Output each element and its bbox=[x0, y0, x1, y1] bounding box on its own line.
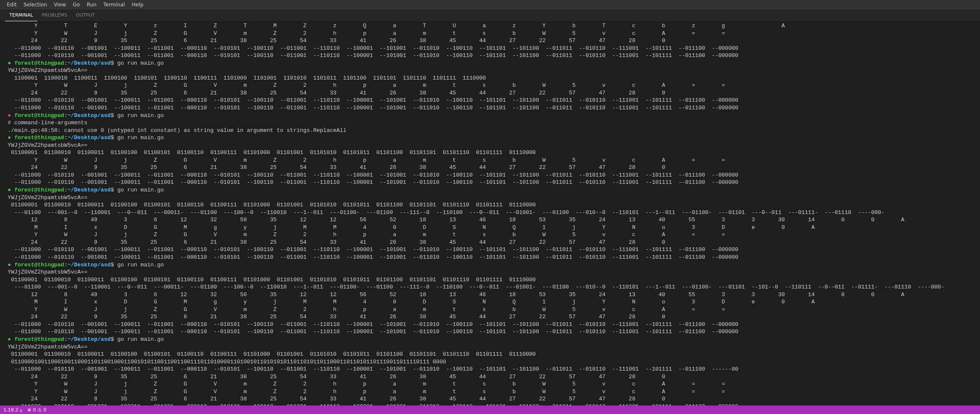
terminal-line: Y W J j Z G V m Z 2 h p a m t s b W 5 v … bbox=[8, 30, 977, 37]
terminal-line: 24 22 9 35 25 6 21 38 25 54 33 41 26 38 … bbox=[8, 395, 977, 403]
terminal-line: ---01100 ---001--0 --110001 ---0--011 --… bbox=[8, 209, 977, 217]
terminal-line: 24 22 9 35 25 6 21 38 25 54 33 41 26 38 … bbox=[8, 313, 977, 321]
terminal-line: M I x D G M g y j M M 4 0 D S N Q 1 j Y … bbox=[8, 224, 977, 231]
warning-icon: ⚠ bbox=[37, 407, 42, 413]
terminal-output[interactable]: Y T E Y z I Z T M Z z Q a T U a z Y b T … bbox=[0, 21, 980, 405]
panel-tabs: TERMINAL PROBLEMS OUTPUT bbox=[0, 9, 980, 21]
terminal-line: Y T E Y z I Z T M Z z Q a T U a z Y b T … bbox=[8, 22, 977, 30]
terminal-line: Y W J j Z G V m Z 2 h p a m t s b W 5 v … bbox=[8, 306, 977, 314]
error-count: 0 bbox=[33, 407, 36, 413]
terminal-line: M I x D G M g y j M M 4 0 D S N Q 1 j Y … bbox=[8, 298, 977, 306]
terminal-line: 01100001 01100010 01100011 01100100 0110… bbox=[8, 276, 977, 284]
terminal-line: YWJjZGVmZ2hpamtsbW5vcA== bbox=[8, 343, 977, 351]
terminal-line: --011000 --010110 --001001 --100011 --01… bbox=[8, 104, 977, 112]
terminal-line: --011000 --010110 --001001 --100011 --01… bbox=[8, 246, 977, 254]
terminal-line: YWJjZGVmZ2hpamtsbW5vcA== bbox=[8, 67, 977, 74]
terminal-line: ● forest@thingpad:~/Desktop/asd$ go run … bbox=[8, 261, 977, 269]
terminal-line: 24 22 9 35 25 6 21 38 25 54 33 41 26 38 … bbox=[8, 164, 977, 171]
terminal-line: 12 8 49 3 6 12 32 50 35 12 12 56 52 18 1… bbox=[8, 291, 977, 299]
go-version-text: 1.19.2 bbox=[3, 407, 18, 413]
menu-run[interactable]: Run bbox=[83, 2, 100, 8]
terminal-line: ● forest@thingpad:~/Desktop/asd$ go run … bbox=[8, 112, 977, 120]
tab-output[interactable]: OUTPUT bbox=[72, 9, 99, 21]
terminal-line: --011000 --010110 --001001 --100011 --01… bbox=[8, 179, 977, 186]
terminal-line: Y W J j Z G V m Z 2 h p a m t s b W 5 v … bbox=[8, 231, 977, 239]
statusbar: 1.19.2 ᵹ ⊗ 0 ⚠ 0 bbox=[0, 405, 980, 414]
terminal-line: YWJjZGVmZ2hpamtsbW5vcA== bbox=[8, 142, 977, 149]
menu-go[interactable]: Go bbox=[69, 2, 83, 8]
terminal-line: --011000 --010110 --001001 --100011 --01… bbox=[8, 365, 977, 373]
terminal-line: Y W J j Z G V m Z 2 h p a m t s b W 5 v … bbox=[8, 380, 977, 388]
terminal-line: ● forest@thingpad:~/Desktop/asd$ go run … bbox=[8, 186, 977, 194]
terminal-line: # command-line-arguments bbox=[8, 119, 977, 127]
terminal-line: 24 22 9 35 25 6 21 38 25 54 33 41 26 38 … bbox=[8, 89, 977, 97]
terminal-line: 24 22 9 35 25 6 21 38 25 54 33 41 26 38 … bbox=[8, 373, 977, 381]
terminal-line: 01100001 01100010 01100011 01100100 0110… bbox=[8, 149, 977, 157]
terminal-line: ● forest@thingpad:~/Desktop/asd$ go run … bbox=[8, 134, 977, 142]
tab-problems[interactable]: PROBLEMS bbox=[37, 9, 72, 21]
terminal-line: ./main.go:48:58: cannot use 0 (untyped i… bbox=[8, 127, 977, 134]
menu-help[interactable]: Help bbox=[128, 2, 146, 8]
terminal-line: Y W J j Z G V m Z 2 h p a m t s b W 5 v … bbox=[8, 82, 977, 89]
menu-view[interactable]: View bbox=[51, 2, 69, 8]
terminal-line: 01100001 01100010 01100011 01100100 0110… bbox=[8, 351, 977, 358]
terminal-line: 1100001 1100010 1100011 1100100 1100101 … bbox=[8, 74, 977, 82]
terminal-line: Y W J j Z G V m Z 2 h p a m t s b W 5 v … bbox=[8, 388, 977, 396]
terminal-line: --011000 --010110 --001001 --100011 --01… bbox=[8, 52, 977, 60]
terminal-line: --011000 --010110 --001001 --100011 --01… bbox=[8, 45, 977, 52]
menu-terminal[interactable]: Terminal bbox=[100, 2, 129, 8]
status-go-version[interactable]: 1.19.2 ᵹ bbox=[3, 407, 22, 413]
terminal-line: ● forest@thingpad:~/Desktop/asd$ go run … bbox=[8, 336, 977, 343]
terminal-line: --011000 --010110 --001001 --100011 --01… bbox=[8, 254, 977, 261]
menubar: Edit Selection View Go Run Terminal Help bbox=[0, 0, 980, 9]
terminal-line: --011000 --010110 --001001 --100011 --01… bbox=[8, 97, 977, 104]
error-icon: ⊗ bbox=[27, 407, 31, 413]
terminal-line: YWJjZGVmZ2hpamtsbW5vcA== bbox=[8, 268, 977, 276]
menu-edit[interactable]: Edit bbox=[3, 2, 20, 8]
warning-count: 0 bbox=[43, 407, 46, 413]
terminal-line: 0110000100110001001100011011001000110010… bbox=[8, 358, 977, 366]
go-icon: ᵹ bbox=[20, 407, 22, 413]
terminal-line: 24 22 9 35 25 6 21 38 25 54 33 41 26 38 … bbox=[8, 37, 977, 45]
tab-terminal[interactable]: TERMINAL bbox=[5, 9, 37, 21]
terminal-line: YWJjZGVmZ2hpamtsbW5vcA== bbox=[8, 194, 977, 202]
terminal-line: 12 8 49 3 6 12 32 50 35 12 12 56 52 18 1… bbox=[8, 216, 977, 224]
terminal-line: --011000 --010110 --001001 --100011 --01… bbox=[8, 171, 977, 179]
menu-selection[interactable]: Selection bbox=[20, 2, 50, 8]
terminal-line: ● forest@thingpad:~/Desktop/asd$ go run … bbox=[8, 60, 977, 67]
status-problems[interactable]: ⊗ 0 ⚠ 0 bbox=[27, 407, 46, 413]
terminal-line: --011000 --010110 --001001 --100011 --01… bbox=[8, 328, 977, 336]
terminal-line: 01100001 01100010 01100011 01100100 0110… bbox=[8, 201, 977, 209]
terminal-line: ---01100 ---001--0 --110001 ---0--011 --… bbox=[8, 283, 977, 291]
terminal-line: --011000 --010110 --001001 --100011 --01… bbox=[8, 321, 977, 328]
terminal-line: 24 22 9 35 25 6 21 38 25 54 33 41 26 38 … bbox=[8, 239, 977, 246]
terminal-line: Y W J j Z G V m Z 2 h p a m t s b W 5 v … bbox=[8, 157, 977, 164]
